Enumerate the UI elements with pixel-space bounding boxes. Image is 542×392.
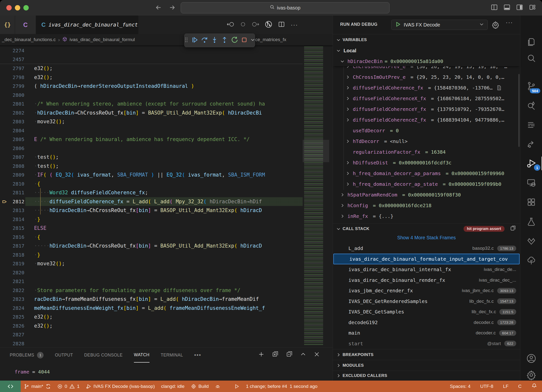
code-line[interactable]: 2807·test();: [0, 153, 303, 162]
panel-tab-terminal[interactable]: TERMINAL: [161, 347, 183, 363]
code-line[interactable]: 2810·{: [0, 179, 303, 188]
line-number[interactable]: 2816: [0, 234, 24, 240]
gitlab-icon[interactable]: [520, 234, 542, 249]
code-line[interactable]: 2819·move32();: [0, 259, 303, 268]
close-window-button[interactable]: [6, 5, 12, 10]
chevron-right-icon[interactable]: [346, 160, 351, 165]
minimap[interactable]: [303, 45, 329, 347]
line-number[interactable]: 2811: [0, 190, 24, 196]
minimize-window-button[interactable]: [15, 5, 20, 10]
step-over-icon[interactable]: [201, 36, 208, 45]
line-number[interactable]: 2457: [0, 56, 24, 62]
encoding-status[interactable]: UTF-8: [480, 384, 493, 389]
notifications-bell-icon[interactable]: [531, 383, 537, 390]
line-number[interactable]: 2823: [0, 296, 24, 302]
line-number[interactable]: 2828: [0, 341, 24, 347]
chevron-right-icon[interactable]: [346, 75, 351, 79]
active-tab[interactable]: C ivas_dirac_dec_binaural_functions.c: [36, 16, 138, 34]
chevron-right-icon[interactable]: [346, 171, 351, 176]
minimap-slider[interactable]: [303, 140, 329, 162]
watch-expression[interactable]: frame = 4044: [15, 369, 50, 375]
variable-row[interactable]: hSpatParamRendCom = 0x0000000159f08f30: [333, 189, 519, 200]
line-number[interactable]: 2803: [0, 119, 24, 125]
code-line[interactable]: 2808·test();: [0, 162, 303, 171]
code-line[interactable]: 2805E /* When rendering binaural, ambien…: [0, 135, 303, 144]
live-share-icon[interactable]: [520, 137, 542, 152]
line-number[interactable]: 2820: [0, 270, 24, 276]
history-back-icon[interactable]: [155, 4, 162, 12]
search-commits-icon[interactable]: [520, 98, 542, 113]
line-number[interactable]: 2813: [0, 207, 24, 213]
line-number[interactable]: 2818: [0, 252, 24, 258]
toolbar-drag-handle[interactable]: [184, 37, 188, 44]
code-line[interactable]: 2827: [0, 330, 303, 339]
variable-row[interactable]: hTdDecorr = <null>: [333, 136, 519, 147]
outline-list-icon[interactable]: [520, 118, 542, 132]
stack-frame[interactable]: L_addbasop32.c1786:13: [333, 243, 520, 254]
code-line[interactable]: 2822·Store parameters for formulating av…: [0, 286, 303, 295]
restart-icon[interactable]: [231, 36, 238, 45]
remote-explorer-icon[interactable]: [520, 176, 542, 190]
view-more-actions-icon[interactable]: ···: [506, 19, 513, 26]
stack-frame[interactable]: start@start622: [333, 338, 520, 349]
code-line[interactable]: 2811·····Word32 diffuseFieldCoherence_fx…: [0, 188, 303, 197]
code-line[interactable]: 2812·····diffuseFieldCoherence_fx = L_ad…: [0, 197, 303, 206]
breakpoints-section-header[interactable]: BREAKPOINTS: [333, 349, 520, 360]
remove-all-expressions-icon[interactable]: [272, 351, 279, 359]
accounts-icon[interactable]: [520, 351, 542, 366]
debug-settings-gear-icon[interactable]: [492, 21, 499, 30]
chevron-right-icon[interactable]: [340, 193, 346, 197]
panel-tab-watch[interactable]: WATCH: [134, 347, 150, 363]
code-line[interactable]: 2803·move32();: [0, 117, 303, 126]
panel-tab-debug-console[interactable]: DEBUG CONSOLE: [84, 347, 123, 363]
code-line[interactable]: 2809·IF( ( EQ_32( ivas_format, SBA_FORMA…: [0, 170, 303, 179]
history-forward-icon[interactable]: [168, 4, 176, 12]
code-line[interactable]: 2806: [0, 144, 303, 153]
nav-forward-circle-icon[interactable]: [252, 21, 259, 29]
stack-frame[interactable]: ivas_dirac_dec_binaural_render_fxivas_di…: [333, 275, 520, 285]
variable-row[interactable]: inRe_fx = {...}: [333, 211, 519, 222]
checkpoint-status[interactable]: 1 change; before #4 1 second ago: [231, 384, 321, 389]
code-line[interactable]: 2824meMeanDiffusenessEneWeight_fx[bin] =…: [0, 304, 303, 313]
code-line[interactable]: 2818·}: [0, 250, 303, 259]
chevron-right-icon[interactable]: [346, 182, 351, 186]
variable-row[interactable]: ChCrossImOutPrev_e = {29, 25, 23, 20, 14…: [333, 72, 519, 82]
customize-layout-icon[interactable]: [528, 4, 536, 12]
excluded-callers-section-header[interactable]: EXCLUDED CALLERS: [333, 371, 520, 381]
variable-row[interactable]: hDiracDecBin = 0x000000015a81da00: [333, 56, 520, 67]
line-number[interactable]: 2827: [0, 332, 24, 338]
chevron-right-icon[interactable]: [340, 203, 346, 208]
debug-session-status[interactable]: IVAS FX Decode (ivas-basop): [83, 384, 158, 389]
code-line[interactable]: 2274: [0, 46, 303, 55]
start-debug-icon[interactable]: [395, 21, 401, 28]
line-number[interactable]: 2802: [0, 110, 24, 116]
clangd-status[interactable]: clangd: idle: [158, 384, 188, 389]
chevron-right-icon[interactable]: [346, 118, 351, 122]
maximize-window-button[interactable]: [23, 5, 29, 10]
chevron-right-icon[interactable]: [346, 107, 351, 111]
line-number[interactable]: 2808: [0, 163, 24, 169]
variable-row[interactable]: diffuseFieldCoherenceX_fx = {1686706184,…: [333, 93, 519, 104]
code-line[interactable]: 2817·····hDiracDecBin→ChCrossReOut_fx[bi…: [0, 241, 303, 250]
add-expression-icon[interactable]: [258, 351, 264, 358]
line-number[interactable]: 2274: [0, 48, 24, 53]
chevron-right-icon[interactable]: [346, 96, 351, 101]
line-number[interactable]: 2821: [0, 278, 24, 284]
variable-row[interactable]: hConfig = 0x000000016fdce218: [333, 200, 519, 211]
panel-more-tabs-icon[interactable]: •••: [194, 352, 201, 358]
nav-back-circle-icon[interactable]: [227, 21, 234, 29]
stack-frame[interactable]: ivas_jbm_dec_render_fxivas_jbm_dec.c3093…: [333, 285, 520, 296]
line-number[interactable]: 2799: [0, 83, 24, 89]
code-line[interactable]: 2828: [0, 339, 303, 347]
line-number[interactable]: 2826: [0, 323, 24, 329]
line-number[interactable]: 2807: [0, 154, 24, 160]
line-number[interactable]: 2822: [0, 287, 24, 293]
settings-gear-icon[interactable]: [520, 368, 542, 382]
eol-status[interactable]: LF: [503, 384, 508, 389]
variable-row[interactable]: ChCrossReOutPrev_e = {30, 26, 24, 19, 15…: [333, 66, 519, 72]
chevron-right-icon[interactable]: [346, 139, 351, 143]
code-line[interactable]: 2823racDecBin→frameMeanDiffuseness_fx[bi…: [0, 295, 303, 304]
line-number[interactable]: 2825: [0, 314, 24, 320]
code-line[interactable]: 2813·····hDiracDecBin→ChCrossReOut_fx[bi…: [0, 206, 303, 215]
code-editor[interactable]: 227424572797e32();2798e32();2799( hDirac…: [0, 45, 333, 347]
